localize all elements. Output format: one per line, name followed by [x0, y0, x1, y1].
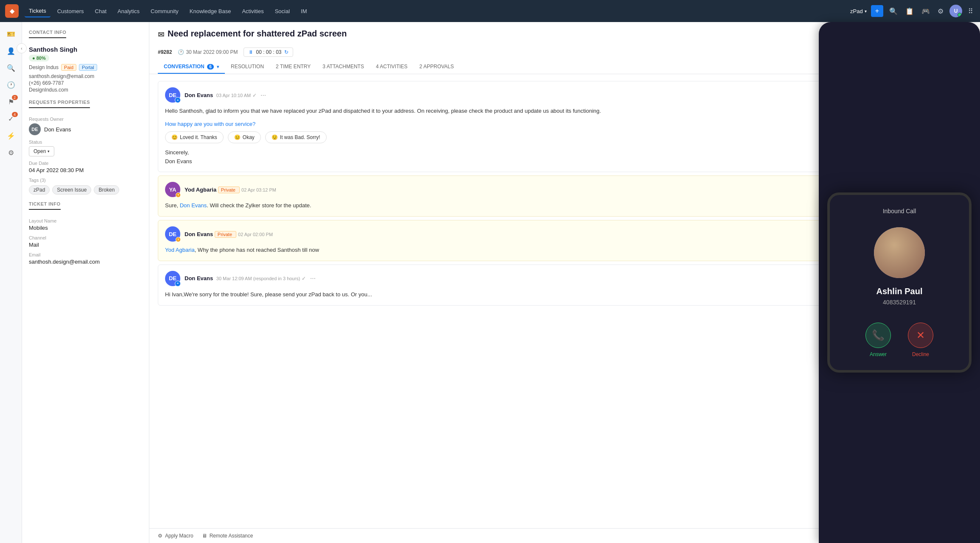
conv-name-3: Don Evans — [185, 231, 213, 237]
answer-call-group: 📞 Answer — [865, 323, 891, 357]
apply-macro-item[interactable]: ⚙ Apply Macro — [158, 533, 193, 539]
conv-name-4: Don Evans — [185, 275, 213, 281]
satisfaction-loved-btn[interactable]: 😊 Loved it. Thanks — [165, 131, 224, 143]
portal-tag: Portal — [79, 64, 97, 71]
clipboard-icon[interactable]: 📋 — [904, 6, 916, 17]
conv-time-3: 02 Apr 02:00 PM — [238, 232, 273, 237]
phone-frame: Inbound Call Ashlin Paul 4083529191 📞 An… — [827, 192, 972, 373]
caller-number: 4083529191 — [838, 299, 960, 306]
bad-emoji: 😟 — [272, 134, 278, 140]
ticket-id: #9282 — [158, 49, 172, 55]
tab-approvals[interactable]: 2 APPROVALS — [414, 60, 460, 74]
owner-row: DE Don Evans — [29, 123, 142, 135]
conv-avatar-4: DE + — [165, 271, 180, 286]
tags-container: zPad Screen Issue Broken — [29, 185, 142, 195]
conv-avatar-2: YA ? — [165, 182, 180, 197]
refresh-icon[interactable]: ↻ — [284, 49, 288, 55]
ticket-info-title: TICKET INFO — [29, 201, 61, 210]
settings-icon[interactable]: ⚙ — [936, 6, 945, 17]
caller-name: Ashlin Paul — [838, 287, 960, 296]
nav-chat[interactable]: Chat — [91, 6, 111, 17]
conv-time-2: 02 Apr 03:12 PM — [241, 187, 276, 192]
nav-activities[interactable]: Activities — [238, 6, 268, 17]
status-dropdown[interactable]: Open ▾ — [29, 146, 54, 156]
zpad-selector[interactable]: zPad ▾ — [850, 8, 867, 14]
sidebar-item-settings[interactable]: ⚙ — [3, 145, 19, 160]
read-icon-4: ✓ — [302, 276, 306, 281]
channel-value: Mail — [29, 242, 142, 248]
conv-name-2: Yod Agbaria — [185, 187, 216, 193]
satisfaction-okay-btn[interactable]: 😐 Okay — [228, 131, 261, 143]
caller-avatar-image — [874, 227, 925, 278]
tag-zpad: zPad — [29, 185, 50, 195]
tag-broken: Broken — [94, 185, 119, 195]
nav-analytics[interactable]: Analytics — [113, 6, 144, 17]
avatar-badge-1: + — [175, 97, 181, 103]
game-icon[interactable]: 🎮 — [920, 6, 932, 17]
user-avatar[interactable]: U — [949, 5, 962, 17]
answer-label: Answer — [870, 351, 887, 357]
conv-name-1: Don Evans — [185, 92, 213, 98]
more-icon-4[interactable]: ⋯ — [310, 275, 316, 281]
nav-social[interactable]: Social — [271, 6, 294, 17]
nav-customers[interactable]: Customers — [53, 6, 88, 17]
tab-conversation[interactable]: CONVERSATION 6 ▾ — [158, 60, 225, 74]
sidebar-item-contacts[interactable]: 👤 — [3, 43, 19, 58]
private-tag-3: Private — [215, 231, 236, 238]
nav-im[interactable]: IM — [297, 6, 311, 17]
decline-call-button[interactable]: ✕ — [908, 323, 933, 348]
conv-time-4: 30 Mar 12:09 AM (responded in 3 hours) — [216, 276, 300, 281]
contact-name: Santhosh Singh — [29, 46, 142, 53]
requests-properties-title: REQUESTS PROPERTIES — [29, 100, 90, 108]
private-badge-3: ? — [176, 237, 181, 242]
contact-info-title: CONTACT INFO — [29, 30, 66, 38]
nav-community[interactable]: Community — [146, 6, 183, 17]
contact-website: DesignIndus.com — [29, 87, 142, 93]
inbound-call-label: Inbound Call — [838, 208, 960, 214]
sidebar-item-history[interactable]: 🕐 — [3, 77, 19, 92]
tags-label: Tags (3) — [29, 178, 142, 183]
due-date-label: Due Date — [29, 161, 142, 166]
contact-badges: ● 80% — [29, 55, 142, 61]
score-badge: ● 80% — [29, 55, 49, 61]
top-navigation: ◆ Tickets Customers Chat Analytics Commu… — [0, 0, 980, 22]
avatar-badge-4: + — [175, 281, 181, 287]
add-button[interactable]: + — [871, 5, 883, 17]
sidebar-item-flag[interactable]: ⚑ 2 — [3, 94, 19, 109]
private-badge-2: ? — [176, 192, 181, 198]
sidebar-item-tickets[interactable]: 🎫 — [3, 26, 19, 42]
nav-knowledge-base[interactable]: Knowledge Base — [185, 6, 235, 17]
tab-attachments[interactable]: 3 ATTACHMENTS — [316, 60, 370, 74]
sidebar-item-check[interactable]: ✓ 4 — [3, 111, 19, 126]
remote-assistance-item[interactable]: 🖥 Remote Assistance — [202, 533, 253, 539]
search-icon[interactable]: 🔍 — [888, 6, 899, 17]
tab-time-entry[interactable]: 2 TIME ENTRY — [270, 60, 316, 74]
sidebar-collapse-button[interactable]: ‹ — [17, 43, 27, 53]
grid-icon[interactable]: ⠿ — [966, 6, 975, 17]
ticket-title: ✉ Need replacement for shattered zPad sc… — [158, 29, 870, 39]
satisfaction-bad-btn[interactable]: 😟 It was Bad. Sorry! — [265, 131, 327, 143]
caller-avatar — [874, 227, 925, 278]
tab-resolution[interactable]: RESOLUTION — [225, 60, 270, 74]
answer-call-button[interactable]: 📞 — [865, 323, 891, 348]
status-label: Status — [29, 139, 142, 145]
conv-link-2[interactable]: Don Evans — [180, 202, 207, 209]
owner-name: Don Evans — [44, 126, 71, 133]
tab-activities[interactable]: 4 ACTIVITIES — [370, 60, 414, 74]
owner-label: Requests Owner — [29, 117, 142, 122]
tag-screen-issue: Screen Issue — [52, 185, 91, 195]
more-icon-1[interactable]: ⋯ — [260, 92, 266, 98]
nav-tickets[interactable]: Tickets — [25, 5, 50, 17]
decline-label: Decline — [912, 351, 929, 357]
check-badge: 4 — [12, 112, 18, 117]
flag-badge: 2 — [12, 95, 18, 100]
sidebar-item-search[interactable]: 🔍 — [3, 60, 19, 75]
pause-icon[interactable]: ⏸ — [248, 49, 253, 55]
monitor-icon: 🖥 — [202, 533, 207, 539]
conv-avatar-3: DE ? — [165, 226, 180, 242]
private-tag-2: Private — [218, 187, 240, 193]
conv-link-3[interactable]: Yod Agbaria — [165, 247, 195, 253]
sidebar-item-share[interactable]: ⚡ — [3, 128, 19, 143]
owner-avatar: DE — [29, 123, 41, 135]
sidebar: ‹ 🎫 👤 🔍 🕐 ⚑ 2 ✓ 4 ⚡ ⚙ — [0, 22, 22, 543]
